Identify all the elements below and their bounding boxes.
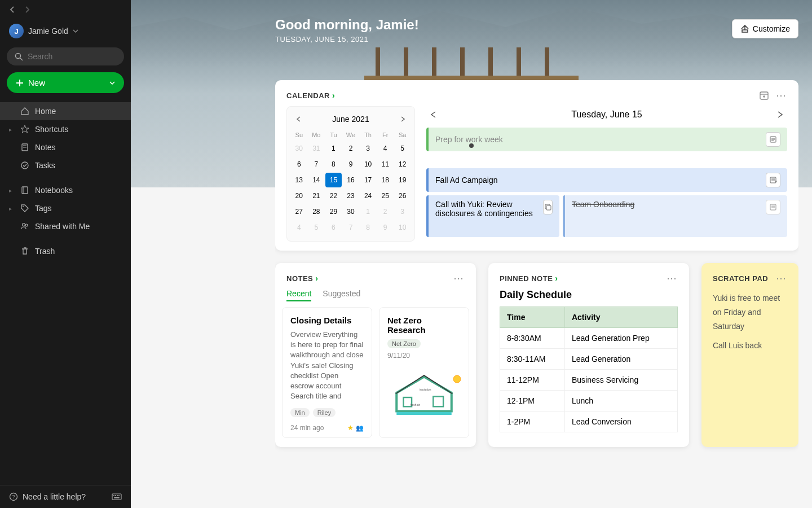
cal-day[interactable]: 5 bbox=[394, 141, 411, 156]
nav-label: Tasks bbox=[35, 161, 55, 170]
cal-day[interactable]: 1 bbox=[360, 204, 376, 219]
svg-text:insulation: insulation bbox=[420, 388, 431, 391]
cal-day[interactable]: 2 bbox=[343, 141, 359, 156]
cal-day[interactable]: 6 bbox=[325, 220, 342, 235]
cal-day[interactable]: 11 bbox=[377, 157, 394, 172]
cal-day[interactable]: 4 bbox=[377, 141, 394, 156]
calendar-title[interactable]: CALENDAR › bbox=[286, 91, 335, 100]
cal-day[interactable]: 12 bbox=[394, 157, 411, 172]
cal-day[interactable]: 13 bbox=[291, 173, 307, 187]
cal-day[interactable]: 31 bbox=[308, 141, 325, 156]
help-link[interactable]: ? Need a little help? bbox=[9, 492, 86, 501]
chevron-right-icon: › bbox=[555, 274, 558, 283]
more-icon[interactable]: ⋯ bbox=[667, 272, 678, 284]
th-activity: Activity bbox=[564, 307, 677, 328]
copy-icon[interactable] bbox=[543, 200, 553, 214]
agenda-prev[interactable] bbox=[426, 108, 441, 121]
people-icon bbox=[20, 222, 29, 231]
cal-prev[interactable] bbox=[295, 116, 303, 122]
cal-day[interactable]: 28 bbox=[308, 204, 325, 219]
cal-day[interactable]: 6 bbox=[291, 157, 307, 172]
nav-trash[interactable]: Trash bbox=[0, 242, 131, 260]
nav-tasks[interactable]: Tasks bbox=[0, 156, 131, 174]
cal-day[interactable]: 14 bbox=[308, 173, 325, 187]
cal-day[interactable]: 19 bbox=[394, 173, 411, 187]
cal-day[interactable]: 9 bbox=[343, 157, 359, 172]
cal-day[interactable]: 16 bbox=[343, 173, 359, 187]
cal-day[interactable]: 3 bbox=[394, 204, 411, 219]
table-cell: 11-12PM bbox=[500, 370, 565, 391]
nav-shortcuts[interactable]: ▸ Shortcuts bbox=[0, 120, 131, 138]
cal-day[interactable]: 9 bbox=[377, 220, 394, 235]
plus-icon bbox=[16, 79, 24, 87]
cal-day[interactable]: 10 bbox=[360, 157, 376, 172]
cal-day[interactable]: 10 bbox=[394, 220, 411, 235]
svg-rect-40 bbox=[433, 396, 443, 406]
cal-day[interactable]: 20 bbox=[291, 189, 307, 203]
calendar-add-icon[interactable] bbox=[759, 90, 769, 100]
more-icon[interactable]: ⋯ bbox=[776, 89, 787, 102]
notes-title[interactable]: NOTES › bbox=[286, 274, 318, 283]
cal-day[interactable]: 22 bbox=[325, 189, 342, 203]
nav-notes[interactable]: Notes bbox=[0, 138, 131, 156]
cal-day[interactable]: 8 bbox=[360, 220, 376, 235]
cal-next[interactable] bbox=[399, 116, 407, 122]
event-fall[interactable]: Fall Ad Campaign + bbox=[426, 168, 787, 192]
agenda-next[interactable] bbox=[773, 108, 787, 121]
cal-day[interactable]: 8 bbox=[325, 157, 342, 172]
note-card-closing[interactable]: Closing Details Overview Everything is h… bbox=[282, 307, 372, 438]
search-field[interactable] bbox=[28, 52, 116, 61]
user-menu[interactable]: J Jamie Gold bbox=[0, 19, 131, 47]
nav-home[interactable]: Home bbox=[0, 102, 131, 120]
back-arrow[interactable] bbox=[9, 6, 18, 14]
scratch-body[interactable]: Yuki is free to meet on Friday and Satur… bbox=[701, 289, 798, 355]
cal-day[interactable]: 18 bbox=[377, 173, 394, 187]
cal-day[interactable]: 3 bbox=[360, 141, 376, 156]
cal-day[interactable]: 21 bbox=[308, 189, 325, 203]
more-icon[interactable]: ⋯ bbox=[776, 272, 787, 284]
cal-day[interactable]: 17 bbox=[360, 173, 376, 187]
tab-suggested[interactable]: Suggested bbox=[323, 289, 360, 301]
customize-button[interactable]: Customize bbox=[732, 19, 798, 38]
nav-tags[interactable]: ▸ Tags bbox=[0, 199, 131, 217]
search-input[interactable] bbox=[7, 47, 124, 65]
cal-day[interactable]: 24 bbox=[360, 189, 376, 203]
tab-recent[interactable]: Recent bbox=[286, 289, 311, 301]
event-team[interactable]: Team Onboarding bbox=[563, 195, 787, 237]
th-time: Time bbox=[500, 307, 565, 328]
event-prep[interactable]: Prep for work week bbox=[426, 128, 787, 151]
cal-day[interactable]: 7 bbox=[343, 220, 359, 235]
event-call[interactable]: Call with Yuki: Review disclosures & con… bbox=[426, 195, 559, 237]
cal-day[interactable]: 15 bbox=[325, 173, 342, 187]
cal-day[interactable]: 25 bbox=[377, 189, 394, 203]
note-link-icon[interactable]: + bbox=[766, 173, 780, 187]
forward-arrow[interactable] bbox=[25, 6, 34, 14]
cal-day[interactable]: 4 bbox=[291, 220, 307, 235]
cal-day[interactable]: 5 bbox=[308, 220, 325, 235]
cal-day[interactable]: 26 bbox=[394, 189, 411, 203]
note-card-netzero[interactable]: Net Zero Research Net Zero 9/11/20 insul… bbox=[379, 307, 469, 438]
nav-shared[interactable]: Shared with Me bbox=[0, 217, 131, 235]
new-button[interactable]: New bbox=[7, 72, 124, 93]
sidebar: J Jamie Gold New Home ▸ Shortcuts bbox=[0, 0, 131, 508]
house-sketch: insulation fresh air bbox=[387, 364, 461, 426]
cal-day[interactable]: 29 bbox=[325, 204, 342, 219]
cal-day[interactable]: 2 bbox=[377, 204, 394, 219]
cal-day[interactable]: 30 bbox=[291, 141, 307, 156]
cal-day[interactable]: 23 bbox=[343, 189, 359, 203]
note-link-icon[interactable] bbox=[766, 132, 780, 147]
table-row: 1-2PMLead Conversion bbox=[500, 411, 678, 432]
nav-label: Tags bbox=[35, 204, 52, 213]
table-row: 12-1PMLunch bbox=[500, 391, 678, 411]
cal-day[interactable]: 30 bbox=[343, 204, 359, 219]
keyboard-icon[interactable] bbox=[112, 493, 122, 500]
table-cell: Lead Conversion bbox=[564, 411, 677, 432]
search-icon bbox=[15, 52, 23, 61]
more-icon[interactable]: ⋯ bbox=[453, 272, 465, 284]
cal-day[interactable]: 7 bbox=[308, 157, 325, 172]
cal-day[interactable]: 1 bbox=[325, 141, 342, 156]
pinned-title[interactable]: PINNED NOTE › bbox=[500, 274, 558, 283]
nav-notebooks[interactable]: ▸ Notebooks bbox=[0, 181, 131, 199]
cal-day[interactable]: 27 bbox=[291, 204, 307, 219]
note-link-icon[interactable] bbox=[766, 200, 780, 214]
